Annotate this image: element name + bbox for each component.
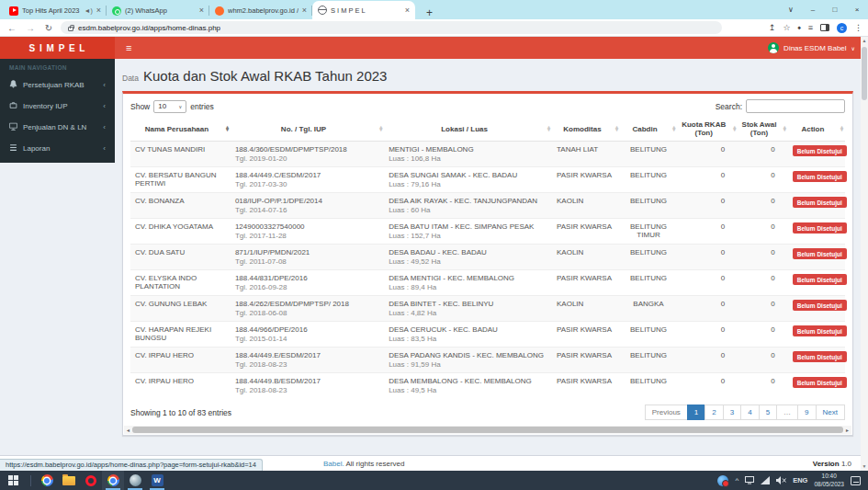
browser-menu-icon[interactable]: ⋮ [854, 23, 862, 32]
browser-tab-top-hits-april-2023-by-joox[interactable]: Top Hits April 2023 By Joox◄)× [4, 2, 107, 19]
scroll-up-icon[interactable]: ▲ [861, 37, 868, 45]
page-button-9[interactable]: 9 [797, 405, 816, 420]
status-badge[interactable]: Belum Disetujui [793, 248, 847, 259]
tray-volume-muted-icon[interactable] [776, 476, 786, 484]
sidebar-item-inventory-iup[interactable]: Inventory IUP‹ [0, 96, 115, 117]
status-badge[interactable]: Belum Disetujui [793, 222, 847, 234]
page-button-4[interactable]: 4 [740, 405, 759, 420]
cell-quota: 0 [677, 167, 738, 193]
cell-action: Belum Disetujui [788, 348, 845, 373]
column-header-nama-perusahaan[interactable]: Nama Perusahaan▴▾ [130, 117, 231, 142]
scroll-right-icon[interactable]: ► [843, 426, 851, 434]
footer-brand-link[interactable]: Babel. [323, 460, 344, 468]
page-button-[interactable]: … [776, 405, 798, 420]
status-badge[interactable]: Belum Disetujui [793, 145, 847, 156]
status-badge[interactable]: Belum Disetujui [793, 377, 847, 388]
tray-browser-icon[interactable] [717, 475, 728, 486]
sidebar-item-persetujuan-rkab[interactable]: Persetujuan RKAB‹ [0, 74, 115, 96]
page-button-next[interactable]: Next [816, 405, 845, 420]
new-tab-button[interactable]: + [423, 6, 436, 19]
browser-tab-s-i-m-p-e-l[interactable]: S I M P E L× [312, 1, 415, 19]
page-button-3[interactable]: 3 [723, 405, 741, 420]
tab-close-icon[interactable]: × [405, 6, 410, 15]
status-badge[interactable]: Belum Disetujui [793, 351, 847, 362]
window-search-tabs-icon[interactable]: ∨ [780, 6, 802, 14]
reload-icon[interactable]: ↻ [42, 23, 55, 33]
tab-audio-icon[interactable]: ◄) [84, 7, 92, 14]
taskbar-chrome-icon[interactable] [36, 471, 58, 490]
start-button[interactable] [0, 471, 26, 490]
status-badge[interactable]: Belum Disetujui [793, 197, 847, 208]
back-icon[interactable]: ← [6, 23, 18, 33]
tray-network-icon[interactable] [761, 476, 770, 484]
cell-quota: 0 [677, 245, 738, 270]
tray-display-icon[interactable] [745, 476, 754, 484]
page-button-5[interactable]: 5 [759, 405, 777, 420]
browser-tab-2-whatsapp[interactable]: (2) WhatsApp× [107, 2, 209, 19]
sidebar-item-laporan[interactable]: Laporan‹ [0, 138, 115, 159]
reading-list-icon[interactable]: ≡ [808, 23, 813, 32]
window-maximize-button[interactable]: □ [824, 6, 846, 14]
vscroll-thumb[interactable] [862, 47, 867, 100]
browser-tab-whm2-babelprov-go-id-localhos[interactable]: whm2.babelprov.go.id / localhos× [209, 2, 312, 19]
page-length-select[interactable]: 10 ∨ [153, 100, 186, 113]
iup-number: 188.44/449.B/ESDM/2017 [235, 377, 379, 385]
status-badge[interactable]: Belum Disetujui [793, 171, 847, 182]
tab-close-icon[interactable]: × [96, 6, 101, 15]
extension-icon[interactable]: ⬩ [797, 23, 800, 33]
address-bar[interactable]: esdm.babelprov.go.id/apps/home-dinas.php [61, 21, 722, 34]
table-row: CV. ELYSKA INDO PLANTATION188.44/831/DPE… [130, 270, 845, 296]
cell-stock: 0 [738, 245, 787, 270]
tab-close-icon[interactable]: × [302, 6, 307, 15]
column-header-kuota-rkab-ton[interactable]: Kuota RKAB (Ton)▴▾ [677, 117, 738, 142]
status-badge[interactable]: Belum Disetujui [793, 325, 847, 336]
bookmark-star-icon[interactable]: ☆ [783, 23, 790, 32]
bell-icon [9, 80, 17, 90]
page-button-previous[interactable]: Previous [645, 405, 688, 420]
iup-date: Tgl. 2015-01-14 [235, 335, 379, 343]
column-header-lokasi-luas[interactable]: Lokasi / Luas▴▾ [384, 117, 552, 142]
page-button-2[interactable]: 2 [705, 405, 723, 420]
vertical-scrollbar[interactable]: ▲ ▼ [861, 37, 868, 471]
language-indicator[interactable]: ENG [793, 476, 807, 484]
sidebar-item-penjualan-dn-ln[interactable]: Penjualan DN & LN‹ [0, 117, 115, 138]
url-text[interactable]: esdm.babelprov.go.id/apps/home-dinas.php [78, 24, 220, 32]
user-menu[interactable]: Dinas ESDM Babel ∨ [768, 37, 868, 59]
iup-date: Tgl. 2017-11-28 [235, 232, 379, 240]
action-center-icon[interactable] [851, 476, 861, 485]
taskbar-opera-icon[interactable] [80, 471, 102, 490]
tray-expand-icon[interactable]: ^ [735, 476, 738, 484]
column-header-no-tgl-iup[interactable]: No. / Tgl. IUP▴▾ [231, 117, 384, 142]
scroll-left-icon[interactable]: ◄ [124, 426, 132, 434]
column-header-action[interactable]: Action▴▾ [788, 117, 845, 142]
column-header-cabdin[interactable]: Cabdin▴▾ [620, 117, 677, 142]
cell-iup: 188.44/449.B/ESDM/2017Tgl. 2018-08-23 [231, 373, 384, 399]
app-logo[interactable]: S I M P E L [0, 37, 115, 59]
column-header-komoditas[interactable]: Komoditas▴▾ [552, 117, 620, 142]
status-badge[interactable]: Belum Disetujui [793, 274, 847, 285]
share-icon[interactable]: ↥ [769, 23, 776, 32]
scroll-down-icon[interactable]: ▼ [861, 462, 868, 471]
hscroll-thumb[interactable] [132, 427, 843, 433]
sidebar-toggle[interactable]: ≡ [115, 37, 142, 59]
profile-avatar[interactable]: c [837, 23, 847, 33]
sidebar-item-label: Penjualan DN & LN [23, 123, 86, 131]
taskbar-earth-icon[interactable] [124, 471, 146, 490]
status-badge[interactable]: Belum Disetujui [793, 300, 847, 311]
taskbar-chrome-icon[interactable] [102, 471, 124, 490]
taskbar-word-icon[interactable]: W [146, 471, 168, 490]
taskbar-folder-icon[interactable] [58, 471, 80, 490]
side-panel-icon[interactable] [820, 24, 829, 31]
cell-location: MENTIGI - MEMBALONGLuas : 106,8 Ha [384, 142, 552, 167]
search-input[interactable] [746, 99, 845, 113]
forward-icon[interactable]: → [24, 23, 37, 33]
clock[interactable]: 10:40 08/05/2023 [814, 473, 844, 488]
page-button-1[interactable]: 1 [687, 405, 705, 420]
window-close-button[interactable]: × [846, 6, 868, 14]
tab-close-icon[interactable]: × [199, 6, 204, 15]
horizontal-scrollbar[interactable]: ◄ ► [124, 426, 851, 434]
cell-branch: BELITUNG [620, 373, 677, 399]
cell-stock: 0 [738, 270, 787, 296]
column-header-stok-awal-ton[interactable]: Stok Awal (Ton)▴▾ [738, 117, 787, 142]
window-minimize-button[interactable]: – [802, 6, 824, 14]
